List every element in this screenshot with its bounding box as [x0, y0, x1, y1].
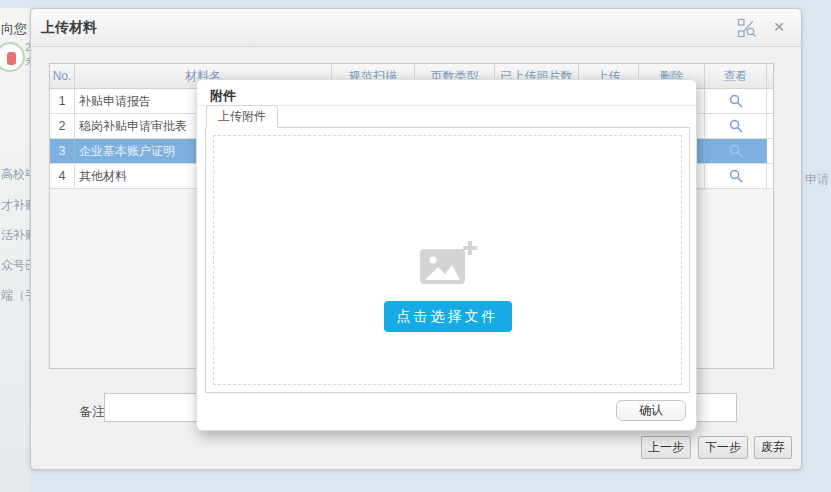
col-header-view[interactable]: 查看 [705, 64, 767, 88]
row-number: 3 [50, 139, 75, 163]
background-greeting-text: 向您， [1, 20, 30, 38]
background-link-fragment: 活补贴 [1, 227, 30, 244]
attachment-tabs: 上传附件 [205, 105, 690, 128]
window-header: 上传材料 × [31, 9, 801, 47]
cell-filler [767, 89, 773, 113]
step-indicator-circle [0, 42, 25, 72]
attachment-dialog-title: 附件 [210, 87, 236, 105]
image-placeholder-icon [419, 240, 477, 290]
close-icon[interactable]: × [769, 16, 789, 38]
next-step-button[interactable]: 下一步 [698, 436, 748, 459]
view-magnifier-icon[interactable] [705, 139, 767, 163]
select-file-button[interactable]: 点击选择文件 [384, 301, 512, 332]
view-magnifier-icon[interactable] [705, 89, 767, 113]
background-link-fragment: 众号已 [1, 257, 30, 274]
row-number: 1 [50, 89, 75, 113]
remark-label: 备注 [79, 403, 105, 421]
cell-filler [767, 139, 773, 163]
confirm-button[interactable]: 确认 [616, 400, 686, 421]
background-text-fragment: 申请 [805, 171, 829, 188]
cell-filler [767, 114, 773, 138]
background-page-left-strip: 向您， 2 未 高校毕 才补贴 活补贴 众号已 端（手 [0, 8, 30, 492]
col-header-no[interactable]: No. [50, 64, 75, 88]
background-link-fragment: 高校毕 [1, 166, 30, 183]
flow-zoom-icon[interactable] [737, 18, 757, 38]
attachment-dialog: 附件 上传附件 点击选择文件 确认 [196, 79, 697, 431]
background-link-fragment: 端（手 [1, 287, 30, 304]
cell-filler [767, 164, 773, 188]
window-title: 上传材料 [41, 19, 97, 37]
tab-upload-attachment[interactable]: 上传附件 [206, 105, 278, 128]
row-number: 2 [50, 114, 75, 138]
view-magnifier-icon[interactable] [705, 164, 767, 188]
upload-attachment-panel: 点击选择文件 [205, 128, 690, 393]
step-indicator-glyph [7, 52, 16, 65]
background-link-fragment: 才补贴 [1, 197, 30, 214]
discard-button[interactable]: 废弃 [754, 436, 792, 459]
view-magnifier-icon[interactable] [705, 114, 767, 138]
col-header-filler [767, 64, 773, 88]
row-number: 4 [50, 164, 75, 188]
previous-step-button[interactable]: 上一步 [641, 436, 691, 459]
